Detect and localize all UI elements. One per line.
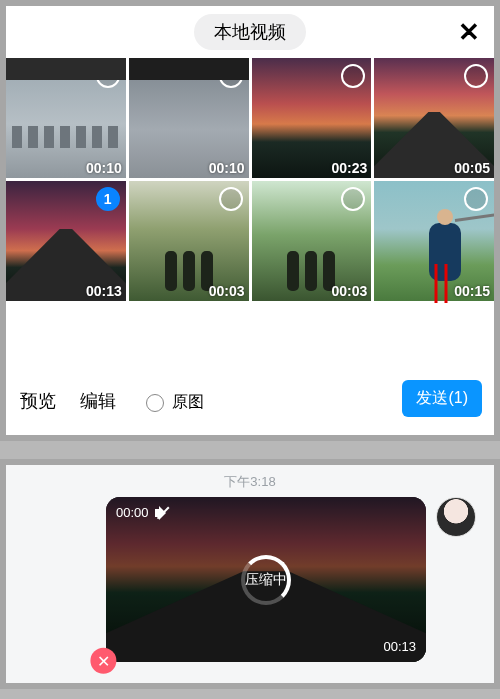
video-thumb[interactable]: 00:23 (252, 58, 372, 178)
compress-status: 压缩中 (245, 571, 287, 589)
video-thumb[interactable]: 00:05 (374, 58, 494, 178)
send-button[interactable]: 发送(1) (402, 380, 482, 417)
thumb-duration: 00:10 (86, 160, 122, 176)
video-thumb[interactable]: 00:03 (129, 181, 249, 301)
thumb-duration: 00:15 (454, 283, 490, 299)
source-chip[interactable]: 本地视频 (194, 14, 306, 50)
video-message-bubble[interactable]: 00:00 压缩中 00:13 (106, 497, 426, 662)
close-icon[interactable]: ✕ (458, 19, 480, 45)
select-circle[interactable] (219, 64, 243, 88)
thumb-duration: 00:03 (331, 283, 367, 299)
thumb-duration: 00:13 (86, 283, 122, 299)
thumb-duration: 00:05 (454, 160, 490, 176)
preview-button[interactable]: 预览 (18, 385, 58, 417)
send-fail-icon[interactable]: ✕ (90, 648, 116, 674)
video-thumb[interactable]: 100:13 (6, 181, 126, 301)
video-thumb[interactable]: 00:15 (374, 181, 494, 301)
thumb-duration: 00:03 (209, 283, 245, 299)
select-circle[interactable] (219, 187, 243, 211)
message-row: 00:00 压缩中 00:13 ✕ (106, 497, 476, 662)
message-bubble-wrap: 00:00 压缩中 00:13 ✕ (106, 497, 426, 662)
select-circle[interactable] (464, 187, 488, 211)
video-thumb[interactable]: 00:03 (252, 181, 372, 301)
message-timestamp: 下午3:18 (6, 465, 494, 491)
avatar[interactable] (436, 497, 476, 537)
video-thumb[interactable]: 00:10 (129, 58, 249, 178)
video-thumb[interactable]: 00:10 (6, 58, 126, 178)
radio-empty-icon (146, 394, 164, 412)
thumb-duration: 00:10 (209, 160, 245, 176)
select-circle[interactable]: 1 (96, 187, 120, 211)
picker-toolbar: 预览 编辑 原图 发送(1) (6, 303, 494, 435)
original-checkbox[interactable]: 原图 (138, 388, 212, 417)
video-grid: 00:1000:1000:2300:05100:1300:0300:0300:1… (6, 58, 494, 303)
chat-panel: 下午3:18 00:00 压缩中 00:13 ✕ (0, 459, 500, 689)
picker-header: 本地视频 ✕ (6, 6, 494, 58)
select-circle[interactable] (464, 64, 488, 88)
select-circle[interactable] (96, 64, 120, 88)
video-duration: 00:13 (383, 639, 416, 654)
original-label: 原图 (172, 392, 204, 413)
video-picker-panel: 本地视频 ✕ 00:1000:1000:2300:05100:1300:0300… (0, 0, 500, 441)
thumb-duration: 00:23 (331, 160, 367, 176)
video-play-time: 00:00 (116, 505, 169, 520)
mute-icon (155, 506, 169, 520)
edit-button[interactable]: 编辑 (78, 385, 118, 417)
